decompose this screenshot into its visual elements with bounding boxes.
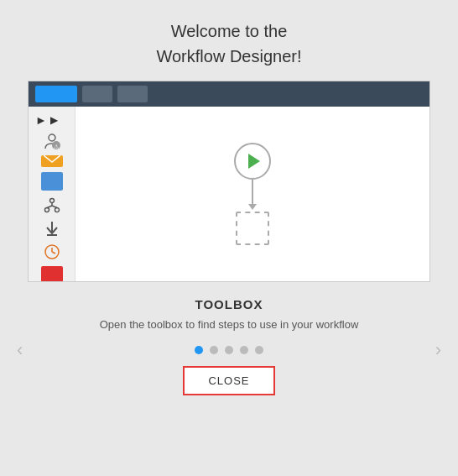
navigation-row: ‹ › (0, 346, 458, 354)
tab-2 (82, 86, 112, 102)
page-title: Welcome to the Workflow Designer! (156, 18, 301, 69)
dot-3[interactable] (225, 346, 233, 354)
play-icon (248, 154, 260, 169)
svg-point-5 (49, 199, 54, 203)
active-tab (35, 86, 77, 102)
preview-canvas (75, 107, 429, 281)
page-dots (195, 346, 263, 354)
cursor-icon: ▶ (50, 114, 58, 126)
arrow-down-icon (41, 219, 63, 238)
next-button[interactable]: › (435, 339, 441, 361)
tab-3 (117, 86, 148, 102)
start-node (234, 143, 271, 180)
close-button-wrap: CLOSE (183, 366, 274, 395)
svg-point-6 (44, 208, 49, 212)
svg-text:⚠: ⚠ (54, 144, 59, 149)
expand-icon: ► (35, 113, 47, 127)
connector (252, 180, 253, 205)
toolbox-description: Open the toolbox to find steps to use in… (100, 318, 359, 331)
dot-2[interactable] (210, 346, 218, 354)
diamond-icon (41, 172, 63, 191)
svg-point-0 (49, 134, 55, 141)
svg-line-10 (52, 206, 57, 208)
svg-point-7 (55, 208, 59, 212)
designer-preview: ► ▶ ⚠ (28, 81, 430, 282)
svg-line-9 (47, 206, 52, 208)
svg-line-15 (52, 252, 55, 254)
email-icon (41, 155, 63, 167)
prev-button[interactable]: ‹ (17, 339, 23, 361)
stop-icon (41, 266, 63, 282)
close-button[interactable]: CLOSE (183, 366, 274, 395)
dot-4[interactable] (240, 346, 248, 354)
svg-marker-4 (44, 174, 60, 189)
toolbox-title: TOOLBOX (100, 297, 359, 311)
fork-icon (41, 196, 63, 214)
flow-diagram (234, 143, 271, 245)
preview-sidebar: ► ▶ ⚠ (29, 107, 75, 281)
user-icon: ⚠ (41, 132, 63, 150)
clock-icon (41, 243, 63, 261)
preview-topbar (29, 81, 429, 107)
sidebar-top-row: ► ▶ (29, 113, 75, 127)
dot-5[interactable] (255, 346, 263, 354)
placeholder-node (236, 212, 269, 245)
dot-1[interactable] (195, 346, 203, 354)
svg-rect-16 (45, 268, 59, 281)
toolbox-section: TOOLBOX Open the toolbox to find steps t… (100, 297, 359, 331)
